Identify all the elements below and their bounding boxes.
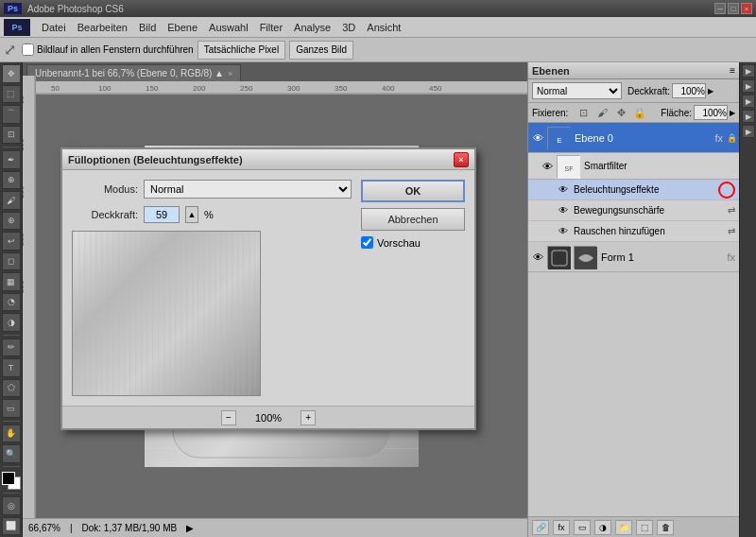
opacity-input[interactable] (672, 83, 706, 98)
fit-screen-button[interactable]: Ganzes Bild (289, 41, 353, 60)
menu-datei[interactable]: Datei (36, 20, 72, 35)
zoom-in-button[interactable]: + (301, 410, 316, 425)
menu-bearbeiten[interactable]: Bearbeiten (72, 20, 133, 35)
svg-text:350: 350 (335, 84, 348, 93)
foreground-color-swatch[interactable] (2, 472, 15, 485)
eyedropper-tool[interactable]: ✒ (2, 150, 21, 169)
document-tab[interactable]: Unbenannt-1 bei 66,7% (Ebene 0, RGB/8) ▲… (26, 64, 241, 81)
lock-position-button[interactable]: ✥ (613, 105, 628, 120)
close-button[interactable]: × (741, 3, 752, 14)
tab-close-icon[interactable]: × (228, 69, 232, 78)
effect-visibility-beleuchtung[interactable]: 👁 (557, 183, 570, 197)
preview-checkbox[interactable] (361, 236, 373, 249)
modus-row: Modus: Normal (72, 180, 352, 199)
layer-visibility-smartfilter[interactable]: 👁 (540, 159, 555, 174)
dodge-tool[interactable]: ◑ (2, 313, 21, 332)
zoom-out-button[interactable]: − (221, 410, 236, 425)
blur-tool[interactable]: ◔ (2, 293, 21, 312)
menu-bild[interactable]: Bild (133, 20, 162, 35)
lock-pixels-button[interactable]: 🖌 (594, 105, 610, 120)
lock-all-button[interactable]: 🔒 (632, 105, 647, 120)
layer-thumbnail-smartfilter: SF (557, 155, 579, 178)
add-mask-button[interactable]: ▭ (574, 520, 591, 535)
layer-visibility-form1[interactable]: 👁 (530, 250, 545, 265)
fill-arrow[interactable]: ▶ (730, 109, 735, 117)
effect-item-beleuchtung[interactable]: 👁 Beleuchtungseffekte (528, 180, 739, 200)
cancel-button[interactable]: Abbrechen (361, 208, 465, 231)
menu-analyse[interactable]: Analyse (288, 20, 336, 35)
path-tool[interactable]: ⬠ (2, 379, 21, 398)
panel-menu-icon[interactable]: ≡ (730, 65, 735, 76)
preview-area (72, 231, 261, 396)
fill-options-dialog[interactable]: Fülloptionen (Beleuchtungseffekte) × Mod… (60, 147, 476, 430)
ok-button[interactable]: OK (361, 180, 465, 202)
color-swatches[interactable] (2, 472, 21, 490)
minimize-button[interactable]: ─ (714, 3, 726, 14)
shape-tool[interactable]: ▭ (2, 399, 21, 418)
far-right-panel: ▶ ▶ ▶ ▶ ▶ (739, 62, 756, 537)
panel-expand-4[interactable]: ▶ (742, 110, 755, 123)
modus-select[interactable]: Normal (144, 180, 352, 199)
quick-mask-tool[interactable]: ◎ (2, 496, 21, 515)
all-windows-checkbox[interactable] (22, 43, 34, 56)
add-adjustment-button[interactable]: ◑ (594, 520, 611, 535)
zoom-value: 100% (255, 412, 282, 424)
layer-item-form1[interactable]: 👁 Form 1 fx (528, 242, 739, 272)
hand-tool[interactable]: ✋ (2, 424, 21, 443)
status-arrow-icon[interactable]: ▶ (186, 523, 194, 533)
healing-tool[interactable]: ⊕ (2, 171, 21, 190)
gradient-tool[interactable]: ▦ (2, 272, 21, 291)
layer-name-ebene0: Ebene 0 (572, 132, 713, 144)
type-tool[interactable]: T (2, 358, 21, 377)
panel-expand-3[interactable]: ▶ (742, 95, 755, 108)
all-windows-checkbox-label[interactable]: Bildlauf in allen Fenstern durchführen (22, 43, 194, 56)
lock-transparent-button[interactable]: ⊡ (576, 105, 591, 120)
modus-label: Modus: (72, 183, 138, 195)
blend-mode-select[interactable]: Normal (532, 82, 622, 99)
menu-ansicht[interactable]: Ansicht (361, 20, 406, 35)
add-style-button[interactable]: fx (553, 520, 570, 535)
deckkraft-input[interactable] (144, 206, 180, 223)
photoshop-logo: Ps (4, 19, 30, 36)
panel-expand-1[interactable]: ▶ (742, 64, 755, 78)
selection-tool[interactable]: ⬚ (2, 85, 21, 104)
menu-3d[interactable]: 3D (336, 20, 361, 35)
actual-pixels-button[interactable]: Tatsächliche Pixel (198, 41, 285, 60)
delete-layer-button[interactable]: 🗑 (657, 520, 674, 535)
crop-tool[interactable]: ⊡ (2, 126, 21, 145)
screen-mode-tool[interactable]: ⬜ (2, 517, 21, 536)
layer-visibility-ebene0[interactable]: 👁 (530, 130, 545, 146)
preview-checkbox-label[interactable]: Vorschau (361, 236, 465, 249)
new-group-button[interactable]: 📁 (615, 520, 632, 535)
move-tool[interactable]: ✥ (2, 64, 21, 83)
title-bar-text: Ps Adobe Photoshop CS6 (4, 3, 124, 14)
maximize-button[interactable]: □ (728, 3, 739, 14)
effect-item-rauschen[interactable]: 👁 Rauschen hinzufügen ⇄ (528, 221, 739, 242)
fill-input[interactable] (694, 105, 728, 120)
status-separator: | (70, 523, 73, 533)
menu-auswahl[interactable]: Auswahl (203, 20, 254, 35)
panel-expand-5[interactable]: ▶ (742, 125, 755, 138)
effect-visibility-bewegung[interactable]: 👁 (557, 204, 570, 217)
link-layers-button[interactable]: 🔗 (532, 520, 549, 535)
effect-item-bewegung[interactable]: 👁 Bewegungsunschärfe ⇄ (528, 200, 739, 221)
menu-filter[interactable]: Filter (254, 20, 288, 35)
opacity-arrow[interactable]: ▶ (708, 87, 713, 95)
layer-item-smartfilter[interactable]: 👁 SF Smartfilter (528, 153, 739, 180)
effect-visibility-rauschen[interactable]: 👁 (557, 225, 570, 238)
dialog-close-button[interactable]: × (454, 152, 469, 167)
new-layer-button[interactable]: ⬚ (636, 520, 653, 535)
lasso-tool[interactable]: ⌒ (2, 105, 21, 124)
panel-expand-2[interactable]: ▶ (742, 79, 755, 93)
brush-tool[interactable]: 🖌 (2, 191, 21, 210)
history-brush-tool[interactable]: ↩ (2, 232, 21, 251)
pen-tool[interactable]: ✏ (2, 338, 21, 357)
ruler-v-marks: 50 100 150 200 250 (23, 76, 36, 537)
eraser-tool[interactable]: ◻ (2, 252, 21, 271)
clone-tool[interactable]: ⊛ (2, 212, 21, 231)
deckkraft-spinner-up[interactable]: ▲ (185, 206, 198, 223)
zoom-tool[interactable]: 🔍 (2, 444, 21, 463)
effect-settings-icon[interactable] (718, 182, 735, 199)
layer-item-ebene0[interactable]: 👁 E Ebene 0 fx 🔒 (528, 123, 739, 153)
menu-ebene[interactable]: Ebene (162, 20, 203, 35)
